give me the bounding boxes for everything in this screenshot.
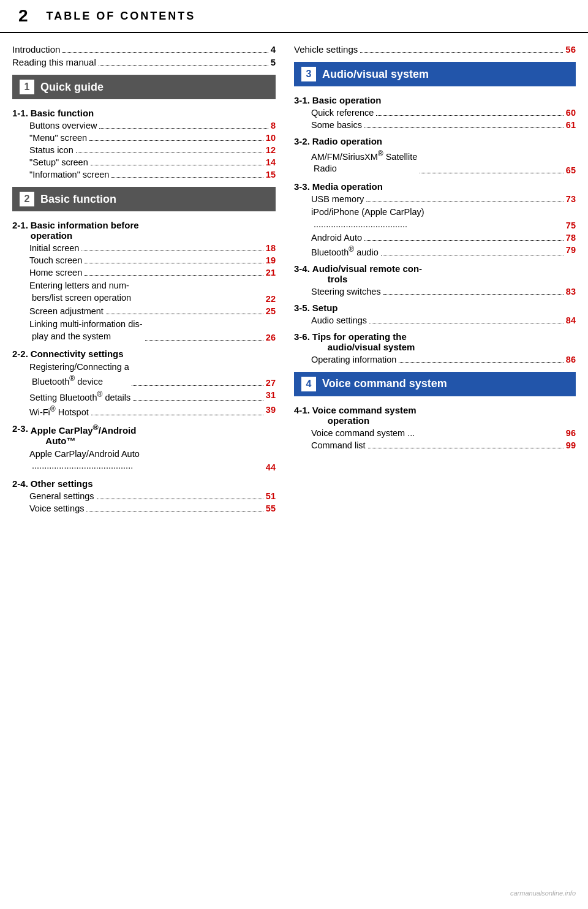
sub-items-2-1: Initial screen 18 Touch screen 19 Home s… <box>12 243 276 342</box>
subsection-title: Basic information beforeoperation <box>31 220 139 241</box>
dots <box>89 133 263 141</box>
list-item: Touch screen 19 <box>29 255 276 265</box>
page-ref: 27 <box>266 378 276 388</box>
item-label: Wi-Fi® Hotspot <box>29 405 89 417</box>
sub-items-3-1: Quick reference 60 Some basics 61 <box>294 108 576 130</box>
page-ref: 73 <box>566 194 576 204</box>
page-ref: 78 <box>566 233 576 243</box>
subsection-title: Voice command system operation <box>312 405 417 426</box>
list-item: Initial screen 18 <box>29 243 276 253</box>
list-item: Voice command system ... 96 <box>311 428 576 438</box>
page-ref: 12 <box>266 145 276 155</box>
subsection-num: 3-2. <box>294 136 310 146</box>
page-ref: 14 <box>266 157 276 167</box>
dots <box>111 170 263 178</box>
page-ref: 10 <box>266 133 276 143</box>
subsection-num: 3-4. <box>294 263 310 284</box>
page-ref: 75 <box>566 221 576 230</box>
page-ref: 96 <box>566 428 576 438</box>
page-ref: 56 <box>565 44 576 55</box>
toc-label: Vehicle settings <box>294 44 358 55</box>
subsection-title: Tips for operating the audio/visual syst… <box>312 331 415 352</box>
list-item: Bluetooth® audio 79 <box>311 245 576 257</box>
item-label: Linking multi-information dis- play and … <box>29 319 143 342</box>
page-ref: 84 <box>566 315 576 325</box>
subsection-title: Basic operation <box>312 95 382 105</box>
item-label: Quick reference <box>311 108 374 118</box>
subsection-num: 3-3. <box>294 181 310 192</box>
dots <box>91 157 263 165</box>
section3-title: Audio/visual system <box>322 68 429 81</box>
list-item: iPod/iPhone (Apple CarPlay) ............… <box>311 206 576 230</box>
page-ref: 65 <box>566 165 576 175</box>
list-item: AM/FM/SiriusXM® Satellite Radio 65 <box>311 149 576 175</box>
item-label: Initial screen <box>29 243 79 253</box>
dots <box>91 405 263 415</box>
subsection-2-3: 2-3. Apple CarPlay®/Android Auto™ <box>12 423 276 446</box>
page-ref: 83 <box>566 287 576 296</box>
subsection-num: 2-3. <box>12 423 28 446</box>
dots <box>86 504 263 511</box>
subsection-num: 3-1. <box>294 95 310 105</box>
toc-item-vehicle-settings: Vehicle settings 56 <box>294 44 576 55</box>
dots <box>368 440 564 448</box>
dots <box>369 315 564 323</box>
page-ref: 44 <box>266 462 276 472</box>
page-ref: 18 <box>266 243 276 253</box>
subsection-title: Other settings <box>31 478 93 489</box>
subsection-num: 2-1. <box>12 220 28 241</box>
list-item: General settings 51 <box>29 491 276 501</box>
section3-badge: 3 <box>301 67 316 81</box>
item-label: Command list <box>311 440 366 450</box>
dots <box>133 390 263 401</box>
page-number: 2 <box>18 6 28 26</box>
sub-items-3-4: Steering switches 83 <box>294 287 576 296</box>
subsection-title: Basic function <box>31 108 94 118</box>
item-label: "Menu" screen <box>29 133 87 143</box>
subsection-3-4: 3-4. Audio/visual remote con- trols <box>294 263 576 284</box>
section2-title: Basic function <box>40 193 116 206</box>
item-label: AM/FM/SiriusXM® Satellite Radio <box>311 149 417 175</box>
page-ref: 22 <box>266 294 276 304</box>
section4-badge: 4 <box>301 377 316 391</box>
dots <box>76 145 263 153</box>
item-label: Screen adjustment <box>29 306 104 316</box>
item-label: Touch screen <box>29 255 82 265</box>
item-label: "Setup" screen <box>29 157 88 167</box>
page-ref: 99 <box>566 440 576 450</box>
page-ref: 55 <box>266 504 276 513</box>
sub-items-3-5: Audio settings 84 <box>294 315 576 325</box>
subsection-3-3: 3-3. Media operation <box>294 181 576 192</box>
section2-header: 2 Basic function <box>12 187 276 211</box>
page-ref: 60 <box>566 108 576 118</box>
item-label: Operating information <box>311 355 396 364</box>
right-column: Vehicle settings 56 3 Audio/visual syste… <box>294 44 576 518</box>
dots <box>81 243 263 251</box>
page-header: 2 TABLE OF CONTENTS <box>0 0 588 33</box>
list-item: Operating information 86 <box>311 355 576 364</box>
section1-header: 1 Quick guide <box>12 75 276 99</box>
content-area: Introduction 4 Reading this manual 5 1 Q… <box>0 44 588 518</box>
item-label: Bluetooth® audio <box>311 245 379 257</box>
subsection-num: 3-6. <box>294 331 310 352</box>
list-item: Home screen 21 <box>29 268 276 277</box>
dots <box>99 57 268 66</box>
section4-header: 4 Voice command system <box>294 372 576 396</box>
list-item: Status icon 12 <box>29 145 276 155</box>
page-ref: 31 <box>266 390 276 402</box>
dots <box>383 287 564 295</box>
item-label: Home screen <box>29 268 82 277</box>
list-item: Wi-Fi® Hotspot 39 <box>29 405 276 417</box>
page-ref: 51 <box>266 491 276 501</box>
list-item: Entering letters and num- bers/list scre… <box>29 280 276 304</box>
page-ref: 39 <box>266 405 276 417</box>
section1-badge: 1 <box>20 80 34 94</box>
dots <box>106 306 263 314</box>
list-item: Voice settings 55 <box>29 504 276 513</box>
sub-items-2-4: General settings 51 Voice settings 55 <box>12 491 276 513</box>
dots <box>399 355 563 363</box>
dots <box>364 120 564 128</box>
subsection-title: Audio/visual remote con- trols <box>312 263 422 284</box>
list-item: Command list 99 <box>311 440 576 450</box>
dots <box>364 233 564 241</box>
